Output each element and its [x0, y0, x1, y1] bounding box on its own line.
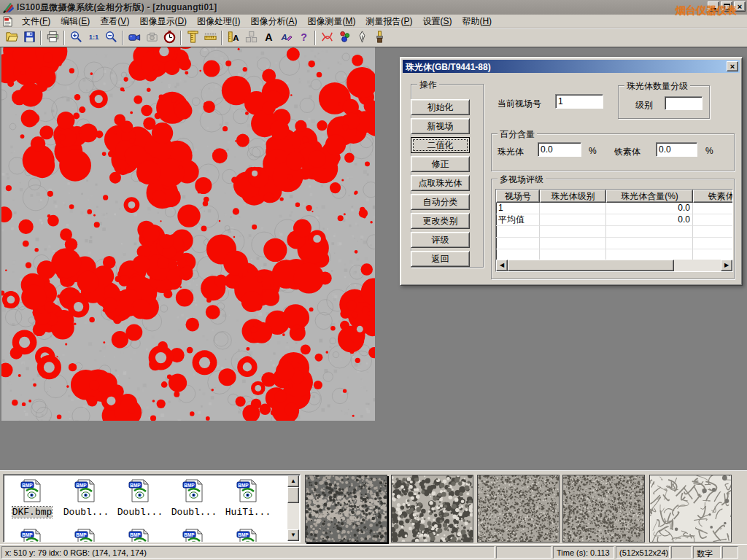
table-horizontal-scrollbar[interactable]: ◀ ▶	[496, 260, 732, 271]
menu-item-9[interactable]: 设置(S)	[417, 14, 457, 29]
open-file-icon	[5, 30, 19, 47]
toolbar-help-button[interactable]: ?	[295, 30, 312, 46]
toolbar-classify-balls-button[interactable]	[336, 30, 353, 46]
file-item[interactable]: BMPDoubl...	[59, 476, 113, 526]
toolbar-open-file-button[interactable]	[3, 30, 20, 46]
toolbar-zoom-out-button[interactable]	[102, 30, 120, 46]
scroll-down-button[interactable]: ▼	[287, 529, 299, 541]
op-button-8[interactable]: 评级	[411, 232, 470, 248]
thumbnail-image	[650, 475, 731, 542]
scroll-right-button[interactable]: ▶	[721, 260, 732, 271]
scrollbar-thumb[interactable]	[287, 487, 299, 503]
table-cell	[496, 226, 540, 238]
menu-item-10[interactable]: 帮助(H)	[457, 14, 497, 29]
table-row[interactable]: 平均值0.0	[496, 214, 732, 226]
file-item[interactable]: BMP	[5, 526, 59, 542]
op-button-6[interactable]: 自动分类	[411, 194, 470, 210]
table-cell	[540, 238, 606, 249]
document-icon[interactable]	[2, 16, 13, 27]
toolbar-text-label-button[interactable]: A	[260, 30, 277, 46]
scroll-up-button[interactable]: ▲	[287, 475, 299, 487]
toolbar-save-file-button[interactable]	[20, 30, 38, 46]
status-panel-6: 数字	[693, 546, 721, 559]
svg-text:BMP: BMP	[22, 532, 33, 537]
file-item[interactable]: BMP	[59, 526, 113, 542]
table-row[interactable]: 10.0	[496, 203, 732, 214]
toolbar-measure-scale-button[interactable]: A	[225, 30, 242, 46]
grade-field-input[interactable]	[665, 96, 703, 110]
pearlite-percent-input[interactable]: 0.0	[538, 142, 581, 157]
thumbnail-4[interactable]	[562, 475, 645, 542]
file-item[interactable]: BMP	[167, 526, 221, 542]
toolbar-video-camera-button[interactable]	[125, 30, 143, 46]
table-header-cell[interactable]: 珠光体级别	[540, 190, 606, 203]
op-button-9[interactable]: 返回	[411, 251, 470, 267]
status-panel-2	[496, 546, 551, 559]
thumbnail-image	[478, 475, 559, 542]
ferrite-percent-unit: %	[705, 146, 713, 156]
op-button-7[interactable]: 更改类别	[411, 213, 470, 229]
bmp-file-icon: BMP	[20, 529, 44, 542]
op-button-3[interactable]: 二值化	[411, 137, 470, 153]
current-field-label: 当前视场号	[498, 98, 541, 110]
toolbar-brush-button[interactable]	[371, 30, 388, 46]
table-row[interactable]	[496, 226, 732, 238]
table-header-cell[interactable]: 视场号	[496, 190, 540, 203]
toolbar-zoom-in-button[interactable]	[67, 30, 85, 46]
thumbnail-5[interactable]	[649, 475, 732, 542]
file-item[interactable]: BMP	[113, 526, 167, 542]
file-list-scrollbar[interactable]: ▲ ▼	[287, 475, 299, 541]
table-header-cell[interactable]: 珠光体含量(%)	[606, 190, 693, 203]
svg-text:BMP: BMP	[76, 532, 87, 537]
op-button-5[interactable]: 点取珠光体	[411, 175, 470, 191]
file-item[interactable]: BMP	[221, 526, 275, 542]
ferrite-percent-label: 铁素体	[614, 146, 640, 158]
menu-item-2[interactable]: 编辑(E)	[55, 14, 95, 29]
file-item[interactable]: BMPDKF.bmp	[5, 476, 59, 526]
op-button-4[interactable]: 修正	[411, 156, 470, 172]
table-row[interactable]	[496, 238, 732, 249]
video-camera-icon	[128, 30, 142, 47]
scrollbar-thumb[interactable]	[508, 260, 674, 271]
table-header-cell[interactable]: 铁素体含量(%)	[693, 190, 733, 203]
menu-item-8[interactable]: 测量报告(P)	[360, 14, 417, 29]
toolbar-ruler-button[interactable]	[201, 30, 219, 46]
toolbar-print-button[interactable]	[44, 30, 61, 46]
bmp-file-icon: BMP	[236, 529, 260, 542]
current-field-input[interactable]: 1	[555, 94, 603, 109]
scroll-left-button[interactable]: ◀	[496, 260, 508, 271]
menu-item-5[interactable]: 图像处理(I)	[192, 14, 245, 29]
dialog-title-bar[interactable]: 珠光体(GB/T9441-88)	[403, 60, 740, 73]
toolbar-one-to-one-button[interactable]: 1:1	[85, 30, 102, 46]
svg-text:A: A	[280, 33, 287, 42]
dialog-close-button[interactable]: ×	[727, 61, 738, 71]
rating-table[interactable]: 视场号珠光体级别珠光体含量(%)铁素体含量(%)10.0平均值0.0 ◀ ▶	[495, 189, 733, 272]
toolbar-timer-clock-button[interactable]	[160, 30, 178, 46]
file-name: DKF.bmp	[12, 507, 53, 518]
menu-item-7[interactable]: 图像测量(M)	[302, 14, 360, 29]
menu-item-4[interactable]: 图像显示(D)	[134, 14, 192, 29]
ferrite-percent-input[interactable]: 0.0	[656, 142, 697, 157]
thumbnail-image	[563, 475, 644, 542]
thumbnail-2[interactable]	[391, 475, 473, 542]
thumbnail-3[interactable]	[477, 475, 560, 542]
menu-item-3[interactable]: 查看(V)	[95, 14, 134, 29]
toolbar-separator	[40, 31, 42, 45]
toolbar-annotate-button[interactable]: A	[277, 30, 295, 46]
toolbar-pen-button[interactable]	[353, 30, 371, 46]
metallographic-image[interactable]	[1, 47, 375, 421]
bmp-file-icon: BMP	[128, 529, 152, 542]
file-list[interactable]: BMPDKF.bmpBMPDoubl...BMPDoubl...BMPDoubl…	[3, 474, 301, 542]
op-button-2[interactable]: 新视场	[411, 118, 470, 134]
thumbnail-1[interactable]	[305, 475, 387, 542]
menu-item-6[interactable]: 图像分析(A)	[245, 14, 302, 29]
menu-item-1[interactable]: 文件(F)	[17, 14, 55, 29]
toolbar-separator	[122, 31, 123, 45]
save-file-icon	[23, 30, 36, 47]
file-item[interactable]: BMPDoubl...	[113, 476, 167, 526]
toolbar-caliper-button[interactable]	[184, 30, 201, 46]
op-button-1[interactable]: 初始化	[411, 99, 470, 115]
file-item[interactable]: BMPHuiTi...	[221, 476, 275, 526]
file-item[interactable]: BMPDoubl...	[167, 476, 221, 526]
toolbar-curve-tool-button[interactable]	[318, 30, 336, 46]
